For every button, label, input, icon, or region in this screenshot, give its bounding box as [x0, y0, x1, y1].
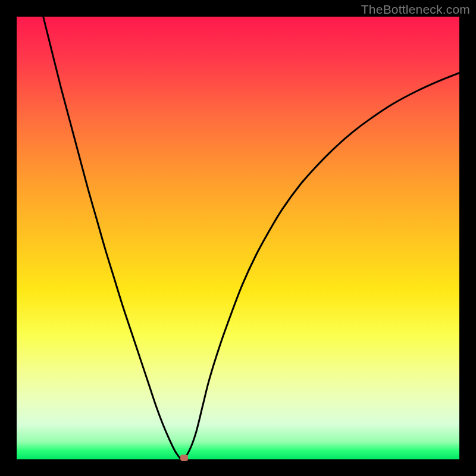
bottleneck-curve	[43, 17, 459, 459]
curve-svg	[17, 17, 459, 459]
optimum-marker	[180, 455, 188, 461]
plot-area	[17, 17, 459, 459]
chart-frame: TheBottleneck.com	[0, 0, 476, 476]
watermark-text: TheBottleneck.com	[361, 2, 470, 17]
